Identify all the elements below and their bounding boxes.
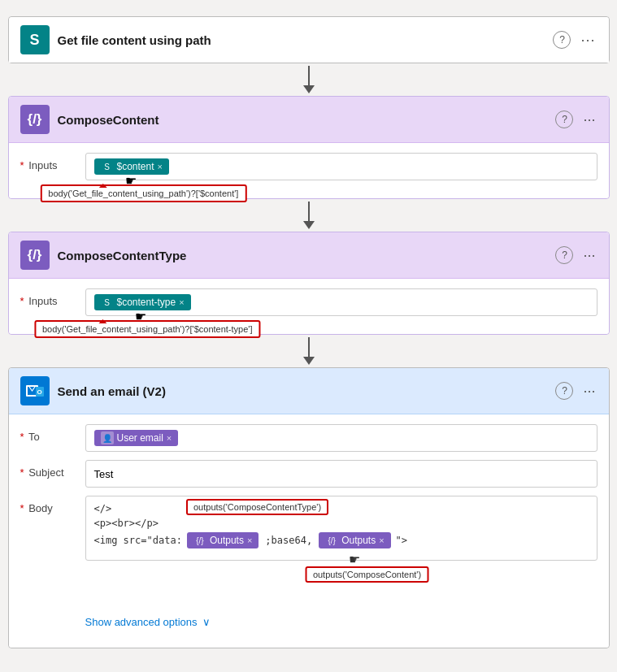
send-email-title: Send an email (V2) <box>58 384 548 398</box>
connector-2 <box>303 199 315 232</box>
compose-type-help-btn[interactable]: ? <box>555 246 573 264</box>
outputs-chip-label-2: Outputs <box>341 535 376 546</box>
code-icon: </> <box>94 503 112 514</box>
inputs-field-2[interactable]: S $content-type × ☛ body('Get_file_conte… <box>85 288 597 316</box>
user-chip-label: User email <box>117 432 163 444</box>
subject-field[interactable]: Test <box>85 460 597 488</box>
compose-type-icon: {/} <box>20 241 50 270</box>
img-tag: <img src="data: <box>94 535 182 546</box>
chevron-down-icon: ∨ <box>202 616 211 628</box>
cursor-hand-3: ☛ <box>349 552 360 567</box>
send-email-more-btn[interactable]: ··· <box>581 381 597 401</box>
body-label: * Body <box>20 496 77 514</box>
chip-close-1[interactable]: × <box>158 162 163 171</box>
outputs-token-2-wrapper: {/} Outputs × ☛ outputs('ComposeContent'… <box>317 532 392 548</box>
outputs-chip-icon-1: {/} <box>193 534 206 547</box>
connector-3 <box>303 335 315 367</box>
compose-type-formula-tooltip: outputs('ComposeContentType') <box>186 499 328 515</box>
outputs-chip-icon-2: {/} <box>325 534 338 547</box>
content-token-wrapper: S $content × ☛ body('Get_file_content_us… <box>94 158 169 175</box>
inputs-label-1: * Inputs <box>20 153 77 171</box>
compose-content-title: ComposeContent <box>58 113 548 127</box>
inputs-label-2: * Inputs <box>20 288 77 307</box>
to-field[interactable]: 👤 User email × <box>85 424 597 452</box>
get-file-more-btn[interactable]: ··· <box>579 30 597 50</box>
user-chip-close[interactable]: × <box>167 433 172 443</box>
compose-content-help-btn[interactable]: ? <box>555 111 573 128</box>
p-tag: <p><br></p> <box>94 518 159 529</box>
content-chip[interactable]: S $content × <box>94 158 169 175</box>
outputs-chip-label-1: Outputs <box>210 535 244 546</box>
compose-type-more-btn[interactable]: ··· <box>581 245 597 266</box>
compose-content-type-title: ComposeContentType <box>58 249 548 262</box>
base64-text: ;base64, <box>265 535 312 546</box>
chip-label-1: $content <box>117 161 154 172</box>
body-line-2: <p><br></p> outputs('ComposeContentType'… <box>94 518 589 529</box>
outputs-chip-2[interactable]: {/} Outputs × <box>319 532 390 548</box>
get-file-card: S Get file content using path ? ··· <box>8 16 610 63</box>
user-email-chip[interactable]: 👤 User email × <box>94 430 179 446</box>
body-field[interactable]: </> <p><br></p> outputs('ComposeContentT… <box>85 496 597 561</box>
subject-value: Test <box>94 468 114 480</box>
chip-close-2[interactable]: × <box>179 297 184 307</box>
content-tooltip: body('Get_file_content_using_path')?['$c… <box>40 184 246 202</box>
send-email-card: O Send an email (V2) ? ··· * To 👤 User e… <box>8 367 610 648</box>
outlook-icon: O <box>20 376 50 405</box>
chip-label-2: $content-type <box>117 297 176 308</box>
outputs-chip-close-1[interactable]: × <box>247 535 252 545</box>
show-advanced-options-row[interactable]: Show advanced options ∨ <box>85 609 597 630</box>
closing-quote: "> <box>396 535 407 546</box>
get-file-title: Get file content using path <box>58 33 545 47</box>
compose-content-type-card: {/} ComposeContentType ? ··· * Inputs S … <box>8 232 610 335</box>
chip-icon-1: S <box>101 160 114 173</box>
subject-label: * Subject <box>20 460 77 479</box>
sharepoint-icon: S <box>20 25 50 54</box>
body-line-1: </> <box>94 503 589 514</box>
content-type-token-wrapper: S $content-type × ☛ body('Get_file_conte… <box>94 294 191 310</box>
to-label: * To <box>20 424 77 443</box>
compose-content-more-btn[interactable]: ··· <box>581 110 597 130</box>
compose-icon: {/} <box>20 105 50 134</box>
get-file-help-btn[interactable]: ? <box>553 31 571 49</box>
inputs-field-1[interactable]: S $content × ☛ body('Get_file_content_us… <box>85 153 597 180</box>
svg-text:O: O <box>37 388 41 396</box>
content-type-chip[interactable]: S $content-type × <box>94 294 191 310</box>
outputs-chip-close-2[interactable]: × <box>379 535 384 545</box>
advanced-options-label: Show advanced options <box>85 616 198 628</box>
compose-content-formula-tooltip: outputs('ComposeContent') <box>306 566 428 583</box>
send-email-help-btn[interactable]: ? <box>555 382 573 400</box>
outputs-chip-1[interactable]: {/} Outputs × <box>187 532 259 548</box>
connector-1 <box>303 63 315 96</box>
chip-icon-2: S <box>101 296 114 309</box>
body-line-3: <img src="data: {/} Outputs × ;base64, <box>94 532 589 548</box>
user-chip-icon: 👤 <box>101 431 114 444</box>
compose-content-card: {/} ComposeContent ? ··· * Inputs S $con… <box>8 96 610 199</box>
content-type-tooltip: body('Get_file_content_using_path')?['$c… <box>34 320 261 338</box>
outputs-token-1-wrapper: {/} Outputs × <box>185 532 260 548</box>
